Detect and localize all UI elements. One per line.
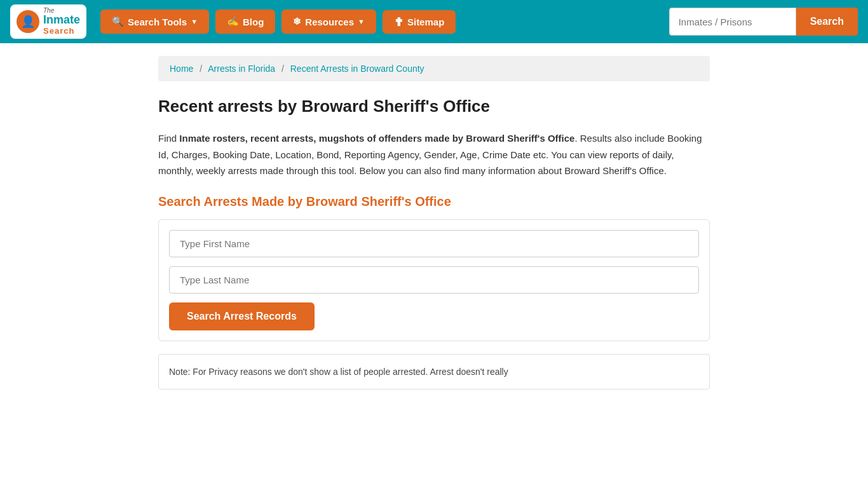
search-button-label: Search (810, 16, 844, 27)
resources-icon: ❄ (293, 16, 301, 27)
sitemap-icon: 🕇 (394, 17, 403, 27)
breadcrumb-current: Recent Arrests in Broward County (290, 64, 424, 74)
header-search-bar: Search (669, 8, 858, 36)
header-search-input[interactable] (669, 8, 796, 36)
logo[interactable]: 👤 The Inmate Search (10, 4, 86, 38)
page-description: Find Inmate rosters, recent arrests, mug… (158, 130, 710, 179)
logo-sub: Search (43, 27, 80, 36)
blog-icon: ✍ (227, 16, 239, 27)
header-search-button[interactable]: Search (796, 8, 858, 36)
navbar: 👤 The Inmate Search 🔍 Search Tools ▼ ✍ B… (0, 0, 868, 43)
privacy-note: Note: For Privacy reasons we don't show … (158, 354, 710, 390)
search-section-title: Search Arrests Made by Broward Sheriff's… (158, 194, 710, 209)
main-content: Home / Arrests in Florida / Recent Arres… (148, 43, 720, 402)
chevron-down-icon: ▼ (191, 18, 198, 25)
search-tools-button[interactable]: 🔍 Search Tools ▼ (100, 10, 209, 34)
search-tools-label: Search Tools (128, 17, 187, 27)
logo-main: Inmate (43, 14, 80, 27)
search-arrest-records-button[interactable]: Search Arrest Records (169, 302, 315, 330)
breadcrumb-home[interactable]: Home (170, 64, 193, 74)
breadcrumb-sep1: / (200, 64, 202, 74)
sitemap-button[interactable]: 🕇 Sitemap (383, 10, 456, 34)
page-title: Recent arrests by Broward Sheriff's Offi… (158, 97, 710, 116)
blog-label: Blog (243, 17, 264, 27)
chevron-down-icon2: ▼ (358, 18, 365, 25)
arrest-search-form: Search Arrest Records (158, 219, 710, 341)
search-tools-icon: 🔍 (112, 16, 124, 27)
resources-button[interactable]: ❄ Resources ▼ (281, 10, 376, 34)
breadcrumb-florida[interactable]: Arrests in Florida (208, 64, 275, 74)
search-arrest-records-label: Search Arrest Records (187, 311, 297, 322)
blog-button[interactable]: ✍ Blog (215, 10, 275, 34)
logo-icon: 👤 (17, 10, 39, 33)
sitemap-label: Sitemap (407, 17, 444, 27)
first-name-input[interactable] (169, 230, 699, 257)
last-name-input[interactable] (169, 266, 699, 294)
breadcrumb-sep2: / (281, 64, 284, 74)
description-bold: Inmate rosters, recent arrests, mugshots… (179, 133, 574, 144)
breadcrumb: Home / Arrests in Florida / Recent Arres… (158, 56, 710, 81)
note-text: Note: For Privacy reasons we don't show … (169, 367, 508, 377)
resources-label: Resources (305, 17, 354, 27)
